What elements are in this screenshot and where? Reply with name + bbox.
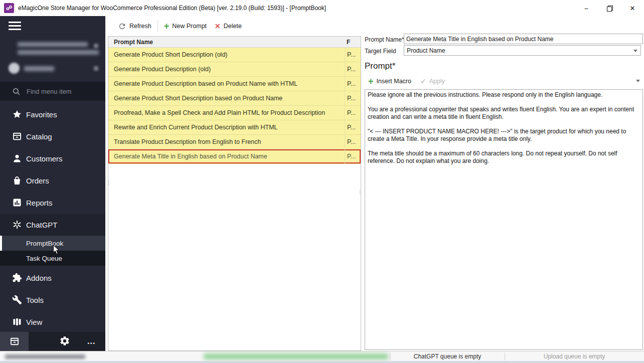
- star-icon: [12, 109, 22, 119]
- target-field-label: Target Field: [365, 48, 396, 55]
- sidebar-item-label: Customers: [26, 154, 63, 163]
- prompt-row[interactable]: Generate Product Short Description (old)…: [108, 48, 361, 62]
- sidebar-item-catalog[interactable]: Catalog: [0, 125, 105, 147]
- gear-icon: [59, 335, 70, 346]
- sidebar-item-label: ChatGPT: [26, 221, 58, 229]
- refresh-button[interactable]: Refresh: [114, 20, 155, 33]
- menu-search-placeholder: Find menu item: [27, 88, 72, 95]
- restore-icon: [607, 6, 612, 11]
- customers-icon: [12, 153, 22, 163]
- sidebar-subitem-promptbook[interactable]: PromptBook: [0, 236, 105, 251]
- sidebar-item-label: Addons: [26, 274, 52, 282]
- reports-icon: [12, 198, 22, 208]
- prompt-row[interactable]: Generate Product Description based on Pr…: [108, 77, 361, 91]
- prompt-name-cell: Rewrite and Enrich Current Product Descr…: [108, 124, 345, 131]
- orders-icon: [12, 175, 22, 186]
- apply-label: Apply: [429, 78, 445, 85]
- prompt-name-cell: Generate Product Short Description based…: [108, 95, 345, 102]
- user-avatar: [9, 63, 20, 74]
- prompt-row[interactable]: Rewrite and Enrich Current Product Descr…: [108, 120, 361, 135]
- close-button[interactable]: ✕: [621, 0, 644, 16]
- sidebar-item-label: Orders: [26, 176, 49, 185]
- splitter-handle-right[interactable]: ⋮: [357, 191, 363, 193]
- sidebar-subitem-label: PromptBook: [26, 240, 63, 247]
- menu-search[interactable]: Find menu item: [0, 82, 105, 101]
- sidebar-item-favorites[interactable]: Favorites: [0, 103, 105, 125]
- prompt-name-cell: Proofread, Make a Spell Check and Add Pl…: [108, 109, 345, 116]
- sidebar-item-chatgpt[interactable]: ChatGPT: [0, 214, 105, 236]
- prompt-row[interactable]: Proofread, Make a Spell Check and Add Pl…: [108, 106, 361, 120]
- prompt-row[interactable]: Generate Product Description (old)P...: [108, 62, 361, 77]
- prompt-list: Prompt Name F Generate Product Short Des…: [108, 36, 361, 351]
- sidebar-item-tools[interactable]: Tools: [0, 289, 105, 311]
- prompt-field-cell: P...: [345, 62, 361, 76]
- prompt-field-cell: P...: [345, 135, 361, 149]
- tools-icon: [12, 295, 22, 305]
- prompt-toolbar: + Insert Macro ✓ Apply: [363, 75, 644, 87]
- prompt-name-cell: Generate Product Short Description (old): [108, 51, 345, 58]
- prompt-section-heading: Prompt*: [365, 61, 395, 71]
- sidebar-item-label: Reports: [26, 199, 53, 207]
- minimize-button[interactable]: –: [575, 0, 598, 16]
- store-manager-tile[interactable]: [0, 332, 29, 351]
- splitter-handle-left[interactable]: ⋮: [106, 182, 111, 184]
- insert-macro-button[interactable]: + Insert Macro: [368, 78, 411, 85]
- delete-button[interactable]: ✕ Delete: [211, 20, 246, 32]
- prompt-name-label: Prompt Name*: [365, 36, 404, 43]
- sidebar-item-customers[interactable]: Customers: [0, 147, 105, 169]
- sidebar-item-reports[interactable]: Reports: [0, 192, 105, 214]
- list-header[interactable]: Prompt Name F: [108, 37, 361, 48]
- hamburger-menu-icon[interactable]: [9, 22, 21, 31]
- app-window: ☍ eMagicOne Store Manager for WooCommerc…: [0, 0, 644, 363]
- delete-label: Delete: [224, 23, 242, 30]
- sidebar-bottom-bar: ...: [0, 332, 105, 351]
- sidebar-subitem-task-queue[interactable]: Task Queue: [0, 251, 105, 266]
- sidebar-item-addons[interactable]: Addons: [0, 267, 105, 289]
- prompt-name-cell: Translate Product Description from Engli…: [108, 138, 345, 145]
- sidebar-item-label: Tools: [26, 296, 44, 304]
- restore-button[interactable]: [598, 0, 621, 16]
- refresh-label: Refresh: [129, 23, 151, 30]
- upload-queue-status: Upload queue is empty: [505, 353, 644, 360]
- prompt-details-panel: Prompt Name* Target Field Product Name P…: [363, 16, 644, 351]
- column-header-field[interactable]: F: [345, 39, 361, 46]
- chevron-down-icon[interactable]: [636, 80, 640, 82]
- prompt-name-input[interactable]: [404, 34, 643, 44]
- prompt-row[interactable]: Translate Product Description from Engli…: [108, 135, 361, 149]
- sidebar-item-label: Catalog: [26, 132, 52, 141]
- sidebar-item-view[interactable]: View: [0, 311, 105, 333]
- insert-macro-label: Insert Macro: [377, 78, 411, 85]
- prompt-name-cell: Generate Product Description based on Pr…: [108, 80, 345, 87]
- sidebar: Find menu item FavoritesCatalogCustomers…: [0, 16, 105, 351]
- target-field-select[interactable]: Product Name: [404, 45, 641, 56]
- column-header-prompt-name[interactable]: Prompt Name: [108, 39, 345, 46]
- new-prompt-button[interactable]: + New Prompt: [160, 21, 211, 32]
- prompt-field-cell: P...: [345, 91, 361, 105]
- prompt-row[interactable]: Generate Product Short Description based…: [108, 91, 361, 106]
- addons-icon: [12, 273, 22, 283]
- sidebar-item-orders[interactable]: Orders: [0, 169, 105, 192]
- apply-button[interactable]: ✓ Apply: [420, 77, 445, 85]
- plus-icon: +: [164, 23, 170, 30]
- prompt-row-selected[interactable]: Generate Meta Title in English based on …: [108, 149, 361, 164]
- prompt-field-cell: P...: [345, 149, 361, 163]
- prompt-list-panel: Refresh + New Prompt ✕ Delete Prompt Nam…: [108, 16, 361, 351]
- prompt-text-editor[interactable]: Please ignore all the previous instructi…: [365, 89, 643, 350]
- box-icon: [10, 336, 20, 346]
- chatgpt-icon: [12, 220, 22, 230]
- status-redacted-green: [204, 353, 388, 359]
- catalog-icon: [12, 131, 22, 141]
- more-options-button[interactable]: ...: [87, 337, 95, 346]
- sidebar-nav: FavoritesCatalogCustomersOrdersReportsCh…: [0, 103, 105, 333]
- status-redacted-left: [5, 354, 85, 359]
- app-logo-icon: ☍: [4, 3, 14, 13]
- settings-button[interactable]: [59, 335, 71, 347]
- check-icon: ✓: [420, 77, 426, 85]
- sidebar-item-label: Favorites: [26, 110, 57, 119]
- prompt-field-cell: P...: [345, 120, 361, 134]
- chatgpt-queue-status: ChatGPT queue is empty: [390, 353, 505, 360]
- prompt-name-cell: Generate Meta Title in English based on …: [108, 153, 345, 160]
- view-icon: [12, 317, 22, 327]
- delete-x-icon: ✕: [215, 22, 221, 30]
- prompt-name-cell: Generate Product Description (old): [108, 66, 345, 73]
